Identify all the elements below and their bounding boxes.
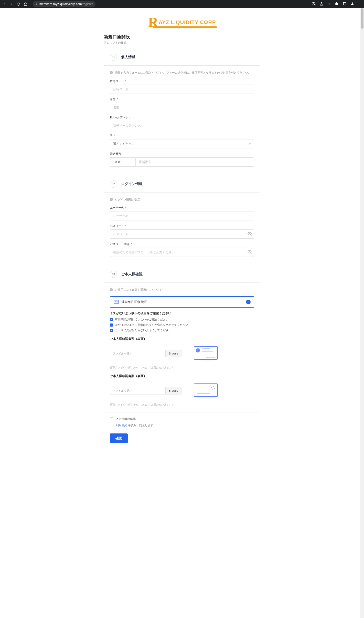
id-front-preview (192, 345, 220, 362)
password-label: パスワード * (110, 224, 254, 228)
email-label: Eメールアドレス * (110, 116, 254, 119)
password-confirm-input[interactable] (110, 248, 254, 257)
step-2-badge: 02 (110, 180, 117, 188)
username-input[interactable] (110, 211, 254, 220)
step-1-badge: 01 (110, 54, 117, 61)
page-title: 新規口座開設 (104, 34, 260, 40)
section-1-header: 01 個人情報 (104, 49, 260, 66)
step-3-badge: 03 (110, 271, 117, 278)
country-label: 国 * (110, 134, 254, 138)
country-select[interactable]: 選んでください (110, 139, 254, 148)
name-input[interactable] (110, 103, 254, 112)
checklist-item: 有効期限が切れていないかご確認ください (110, 318, 254, 321)
url-bar[interactable]: members.rayzliquiditycorp.com/register (33, 1, 95, 7)
back-icon[interactable] (2, 2, 6, 6)
eye-off-icon[interactable] (248, 250, 252, 255)
front-file-name: ファイルを選ぶ (110, 350, 165, 357)
translate-icon[interactable] (312, 2, 316, 6)
email-input[interactable] (110, 121, 254, 130)
section-2-title: ログイン情報 (121, 182, 143, 186)
back-file-name: ファイルを選ぶ (110, 387, 165, 394)
section-3-title: ご本人様確認 (121, 272, 143, 277)
eye-off-icon[interactable] (248, 232, 252, 237)
reload-icon[interactable] (16, 2, 20, 6)
checklist-item: カードに光が当たらないようにしてください (110, 328, 254, 332)
confirm-info-checkbox[interactable] (110, 417, 113, 421)
section-1-note: i 情報を入力フォームにご記入ください。 フォーム送信後は、修正不可となりますの… (110, 70, 254, 75)
phone-input[interactable] (135, 157, 254, 167)
document-type-label: 運転免許証/保険証 (122, 300, 246, 304)
svg-point-2 (352, 3, 353, 4)
password-input[interactable] (110, 229, 254, 239)
info-icon: i (110, 71, 113, 74)
front-browse-button[interactable]: Browse (165, 350, 181, 357)
back-file-hint: 画像ファイル（例：.jpeg、.png）のみ受け付けます。） (110, 403, 254, 407)
logo: RAYZ LIQUIDITY CORP • • • (76, 13, 288, 34)
svg-rect-5 (114, 300, 119, 304)
check-circle-icon (246, 300, 251, 304)
section-2-header: 02 ログイン情報 (104, 176, 260, 193)
info-icon: i (110, 198, 113, 201)
extensions-icon[interactable] (335, 2, 339, 6)
info-icon: i (110, 288, 113, 291)
home-icon[interactable] (24, 2, 28, 6)
phone-label: 電話番号 * (110, 152, 254, 156)
browser-chrome: members.rayzliquiditycorp.com/register ☆… (0, 0, 364, 8)
terms-link[interactable]: 利用規約 (116, 424, 127, 427)
name-label: 名前 * (110, 97, 254, 101)
password-confirm-label: パスワード確認 * (110, 242, 254, 246)
logo-letter: R (148, 15, 158, 30)
svg-point-6 (115, 301, 116, 302)
phone-prefix-input[interactable] (110, 157, 135, 167)
terms-label: 利用規約 を読み、同意します。 (116, 423, 156, 427)
window-icon[interactable] (342, 2, 347, 6)
section-3-note: i ご使用になる書類を選択してください (110, 287, 254, 292)
svg-rect-1 (343, 3, 346, 5)
checkbox-checked-icon (110, 323, 113, 327)
profile-icon[interactable] (350, 2, 354, 6)
id-card-icon (113, 299, 119, 305)
scrollbar[interactable] (360, 8, 364, 459)
checkbox-checked-icon (110, 329, 113, 332)
back-upload-title: ご本人様確認書類（裏面） (110, 374, 254, 378)
star-icon[interactable]: ☆ (327, 2, 331, 6)
back-browse-button[interactable]: Browse (165, 387, 181, 394)
username-label: ユーザー名 * (110, 206, 254, 210)
forward-icon[interactable] (9, 2, 13, 6)
terms-checkbox[interactable] (110, 424, 113, 427)
confirm-info-label: 入力情報の確認 (116, 417, 136, 421)
scrollbar-thumb[interactable] (361, 8, 363, 29)
id-back-preview (192, 382, 220, 399)
front-file-hint: 画像ファイル（例：.jpeg、.png）のみ受け付けます。） (110, 366, 254, 369)
checkbox-checked-icon (110, 318, 113, 321)
invite-input[interactable] (110, 85, 254, 94)
section-1-title: 個人情報 (121, 55, 135, 59)
menu-icon[interactable]: ⋮ (358, 2, 362, 6)
front-upload-title: ご本人様確認書類（表面） (110, 337, 254, 341)
checklist-title: ミスがないよう以下の項目をご確認ください (110, 311, 254, 316)
document-type-option[interactable]: 運転免許証/保険証 (110, 296, 254, 308)
logo-text: AYZ LIQUIDITY CORP (159, 19, 216, 25)
checklist-item: ぼやけないように画像にちゃんと焦点を合わせてください (110, 323, 254, 327)
page-subtitle: アカウントの作成 (104, 41, 260, 45)
section-3-header: 03 ご本人様確認 (104, 266, 260, 283)
lock-icon (35, 2, 38, 6)
share-icon[interactable] (319, 2, 324, 6)
invite-label: 招待コード * (110, 79, 254, 83)
submit-button[interactable]: 確認 (110, 433, 128, 443)
url-text: members.rayzliquiditycorp.com/register (39, 2, 93, 6)
section-2-note: i ログイン情報の設定 (110, 197, 254, 202)
